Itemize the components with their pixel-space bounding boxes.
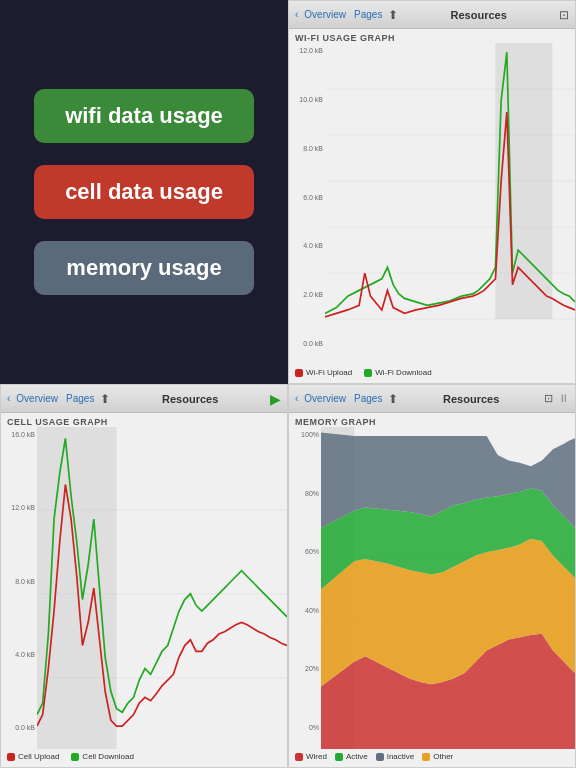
back-chevron-icon[interactable]: ‹	[295, 9, 298, 20]
memory-panel-header: ‹ Overview Pages ⬆ Resources ⊡ ⏸	[289, 385, 575, 413]
inactive-label: Inactive	[387, 752, 415, 761]
inactive-dot	[376, 753, 384, 761]
cell-share-icon[interactable]: ⬆	[100, 392, 110, 406]
nav-pages[interactable]: Pages	[354, 9, 382, 20]
cell-back-chevron-icon[interactable]: ‹	[7, 393, 10, 404]
nav-overview[interactable]: Overview	[304, 9, 346, 20]
memory-legend-inactive: Inactive	[376, 752, 415, 761]
wifi-graph-label: WI-FI USAGE GRAPH	[289, 29, 575, 43]
wifi-legend-upload: Wi-Fi Upload	[295, 368, 352, 377]
cell-y-0: 0.0 kB	[1, 724, 37, 731]
memory-screen-icon[interactable]: ⊡	[544, 392, 553, 405]
memory-svg-area: 12:56:45 12:57:00 12:57:15 12:57:30 12:5…	[321, 427, 575, 749]
wifi-panel-icons: ⊡	[559, 8, 569, 22]
mem-y-4: 80%	[289, 490, 321, 497]
cell-nav-pages[interactable]: Pages	[66, 393, 94, 404]
memory-graph-label: MEMORY GRAPH	[289, 413, 575, 427]
mem-y-5: 100%	[289, 431, 321, 438]
memory-share-icon[interactable]: ⬆	[388, 392, 398, 406]
wifi-svg-area: 13:00:00 13:00:15 13:00:30 13:00:45 13:0…	[325, 43, 575, 365]
cell-y-3: 12.0 kB	[1, 504, 37, 511]
cell-panel-nav: Overview Pages	[16, 393, 94, 404]
cell-y-4: 16.0 kB	[1, 431, 37, 438]
cell-panel-header: ‹ Overview Pages ⬆ Resources ▶	[1, 385, 287, 413]
cell-y-2: 8.0 kB	[1, 578, 37, 585]
wifi-svg-wrapper	[325, 43, 575, 365]
wifi-chart-svg	[325, 43, 575, 365]
cell-y-axis: 0.0 kB 4.0 kB 8.0 kB 12.0 kB 16.0 kB	[1, 427, 37, 749]
memory-panel-title: Resources	[404, 393, 538, 405]
wifi-panel: ‹ Overview Pages ⬆ Resources ⊡ WI-FI USA…	[288, 0, 576, 384]
top-left-panel: wifi data usage cell data usage memory u…	[0, 0, 288, 384]
memory-panel-nav: Overview Pages	[304, 393, 382, 404]
svg-rect-10	[37, 427, 117, 749]
svg-rect-6	[495, 43, 552, 319]
memory-legend-wired: Wired	[295, 752, 327, 761]
cell-graph-label: CELL USAGE GRAPH	[1, 413, 287, 427]
cell-panel-icons: ▶	[270, 391, 281, 407]
share-icon[interactable]: ⬆	[388, 8, 398, 22]
memory-panel-icons: ⊡ ⏸	[544, 392, 569, 405]
cell-data-usage-button[interactable]: cell data usage	[34, 165, 254, 219]
mem-y-1: 20%	[289, 665, 321, 672]
memory-y-axis: 0% 20% 40% 60% 80% 100%	[289, 427, 321, 749]
upload-legend-label: Wi-Fi Upload	[306, 368, 352, 377]
wifi-chart-container: 0.0 kB 2.0 kB 4.0 kB 6.0 kB 8.0 kB 10.0 …	[289, 43, 575, 365]
memory-nav-overview[interactable]: Overview	[304, 393, 346, 404]
y-label-2: 4.0 kB	[289, 242, 325, 249]
cell-download-dot	[71, 753, 79, 761]
cell-download-label: Cell Download	[82, 752, 134, 761]
wifi-y-axis: 0.0 kB 2.0 kB 4.0 kB 6.0 kB 8.0 kB 10.0 …	[289, 43, 325, 365]
cell-svg-wrapper	[37, 427, 287, 749]
memory-usage-button[interactable]: memory usage	[34, 241, 254, 295]
cell-panel: ‹ Overview Pages ⬆ Resources ▶ CELL USAG…	[0, 384, 288, 768]
cell-chart-container: 0.0 kB 4.0 kB 8.0 kB 12.0 kB 16.0 kB	[1, 427, 287, 749]
other-dot	[422, 753, 430, 761]
download-legend-color	[364, 369, 372, 377]
cell-legend: Cell Upload Cell Download	[1, 749, 287, 767]
wifi-legend: Wi-Fi Upload Wi-Fi Download	[289, 365, 575, 383]
memory-nav-pages[interactable]: Pages	[354, 393, 382, 404]
y-label-5: 10.0 kB	[289, 96, 325, 103]
active-dot	[335, 753, 343, 761]
cell-y-1: 4.0 kB	[1, 651, 37, 658]
cell-upload-label: Cell Upload	[18, 752, 59, 761]
wired-dot	[295, 753, 303, 761]
cell-upload-dot	[7, 753, 15, 761]
other-label: Other	[433, 752, 453, 761]
screen-icon[interactable]: ⊡	[559, 8, 569, 22]
wifi-panel-title: Resources	[404, 9, 553, 21]
cell-panel-title: Resources	[116, 393, 264, 405]
wifi-panel-header: ‹ Overview Pages ⬆ Resources ⊡	[289, 1, 575, 29]
cell-play-icon[interactable]: ▶	[270, 391, 281, 407]
cell-svg-area: 12:03:15 12:03:30 12:03:45 12:04:00	[37, 427, 287, 749]
cell-nav-overview[interactable]: Overview	[16, 393, 58, 404]
memory-panel: ‹ Overview Pages ⬆ Resources ⊡ ⏸ MEMORY …	[288, 384, 576, 768]
cell-chart-svg	[37, 427, 287, 749]
y-label-0: 0.0 kB	[289, 340, 325, 347]
memory-chart-container: 0% 20% 40% 60% 80% 100%	[289, 427, 575, 749]
wifi-panel-nav: Overview Pages	[304, 9, 382, 20]
mem-y-2: 40%	[289, 607, 321, 614]
y-label-6: 12.0 kB	[289, 47, 325, 54]
memory-chart-svg	[321, 427, 575, 749]
memory-legend-other: Other	[422, 752, 453, 761]
y-label-4: 8.0 kB	[289, 145, 325, 152]
wifi-legend-download: Wi-Fi Download	[364, 368, 431, 377]
memory-pause-icon[interactable]: ⏸	[558, 392, 569, 405]
wifi-data-usage-button[interactable]: wifi data usage	[34, 89, 254, 143]
mem-y-0: 0%	[289, 724, 321, 731]
mem-y-3: 60%	[289, 548, 321, 555]
active-label: Active	[346, 752, 368, 761]
cell-legend-download: Cell Download	[71, 752, 134, 761]
memory-legend-active: Active	[335, 752, 368, 761]
memory-svg-wrapper	[321, 427, 575, 749]
download-legend-label: Wi-Fi Download	[375, 368, 431, 377]
cell-legend-upload: Cell Upload	[7, 752, 59, 761]
upload-legend-color	[295, 369, 303, 377]
y-label-3: 6.0 kB	[289, 194, 325, 201]
y-label-1: 2.0 kB	[289, 291, 325, 298]
memory-legend: Wired Active Inactive Other	[289, 749, 575, 767]
wired-label: Wired	[306, 752, 327, 761]
memory-back-chevron-icon[interactable]: ‹	[295, 393, 298, 404]
